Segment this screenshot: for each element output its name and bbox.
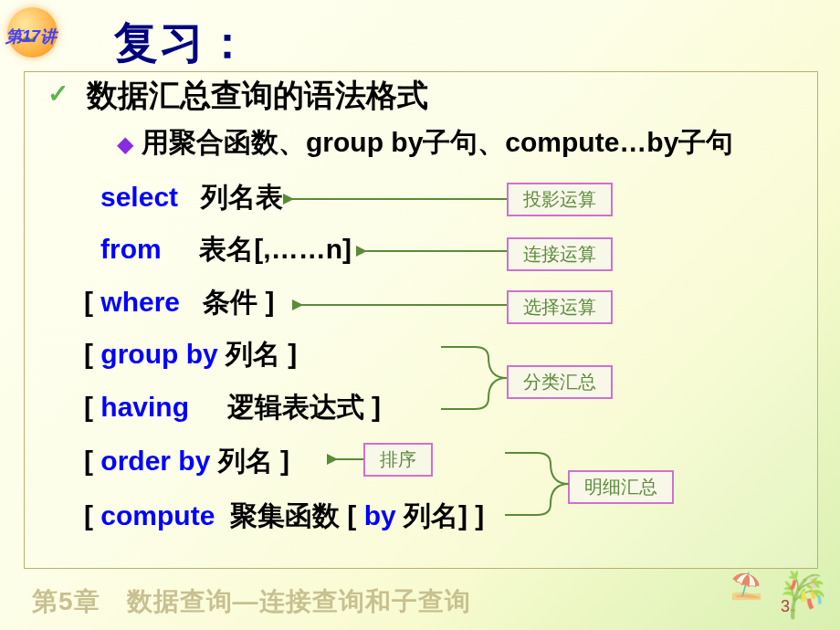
- syntax-group-by: [ group by 列名 ]: [84, 336, 297, 373]
- diamond-bullet-icon: ◆: [117, 131, 133, 157]
- syntax-compute: [ compute 聚集函数 [ by 列名] ]: [84, 498, 484, 535]
- syntax-having: [ having 逻辑表达式 ]: [84, 389, 381, 426]
- label-selection: 选择运算: [507, 290, 613, 324]
- syntax-where: [ where 条件 ]: [84, 284, 274, 321]
- syntax-order-by: [ order by 列名 ]: [84, 443, 289, 480]
- slide-title: 复习：: [114, 14, 251, 72]
- label-detail-agg: 明细汇总: [568, 470, 674, 504]
- bamboo-decoration: 🎋: [776, 569, 831, 621]
- syntax-select: select 列名表: [100, 179, 283, 216]
- lesson-number: 第17讲: [5, 26, 57, 47]
- check-icon: ✓: [47, 79, 68, 109]
- main-heading: 数据汇总查询的语法格式: [87, 75, 428, 117]
- footer-chapter: 第5章 数据查询—连接查询和子查询: [32, 584, 471, 619]
- sub-heading: 用聚合函数、group by子句、compute…by子句: [142, 124, 733, 162]
- label-group-agg: 分类汇总: [507, 365, 613, 399]
- syntax-from: from 表名[,……n]: [100, 231, 352, 268]
- label-sort: 排序: [363, 443, 433, 477]
- beach-decoration: ⛱️: [730, 571, 762, 601]
- label-join: 连接运算: [507, 237, 613, 271]
- label-projection: 投影运算: [507, 183, 613, 216]
